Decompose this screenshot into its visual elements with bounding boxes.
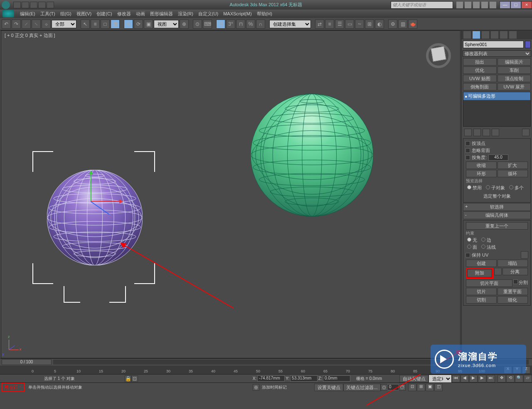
maximize-viewport-icon[interactable]: ▣	[426, 384, 434, 391]
keyboard-icon[interactable]: ⌨	[203, 20, 212, 29]
link-icon[interactable]: ⟋	[22, 20, 31, 29]
favorites-icon[interactable]	[481, 2, 488, 8]
modifier-list-dropdown[interactable]: 修改器列表	[463, 50, 531, 57]
mod-btn-uvwunwrap[interactable]: UVW 展开	[498, 83, 531, 91]
sphere-object-green[interactable]	[251, 94, 373, 216]
scale-icon[interactable]: ▣	[144, 20, 153, 29]
radio-c-none[interactable]	[467, 238, 471, 242]
angle-spinner[interactable]: 45.0	[488, 154, 508, 161]
next-frame-icon[interactable]: ▶	[478, 375, 486, 382]
tab-display-icon[interactable]	[500, 31, 507, 39]
select-name-icon[interactable]: ≡	[91, 20, 100, 29]
unlink-icon[interactable]: ⟍	[32, 20, 41, 29]
zoom-extents-icon[interactable]: ⊡	[408, 384, 416, 391]
add-timetag-label[interactable]: 添加时间标记	[259, 385, 289, 390]
graphite-icon[interactable]: ▭	[345, 20, 354, 29]
redo-icon[interactable]: ↷	[12, 20, 21, 29]
radio-disable[interactable]	[467, 185, 471, 189]
schematic-icon[interactable]: ⊞	[365, 20, 374, 29]
selection-filter-dropdown[interactable]: 全部	[52, 20, 76, 28]
gizmo-y-axis[interactable]	[91, 172, 91, 201]
show-result-icon[interactable]	[473, 129, 481, 136]
pan-icon[interactable]: ✥	[498, 375, 506, 382]
menu-views[interactable]: 视图(V)	[74, 10, 94, 18]
window-crossing-icon[interactable]: ▦	[111, 20, 120, 29]
stack-item-editablepoly[interactable]: 可编辑多边形	[463, 92, 530, 100]
autokey-button[interactable]: 自动关键点	[399, 375, 429, 382]
undo-icon[interactable]: ↶	[2, 20, 11, 29]
menu-tools[interactable]: 工具(T)	[38, 10, 58, 18]
isolate-icon[interactable]: ⊡	[131, 375, 138, 382]
menu-modifiers[interactable]: 修改器	[115, 10, 133, 18]
viewport-label[interactable]: [ + 0 正交 0 真实 + 边面 ]	[5, 32, 55, 39]
snap-toggle-icon[interactable]: ⊡	[216, 20, 225, 29]
preserveuv-settings-icon[interactable]	[521, 251, 528, 259]
edged-snap-icon[interactable]: ∩	[256, 20, 265, 29]
infocenter-icon[interactable]	[456, 2, 463, 8]
goto-end-icon[interactable]: ⏭	[487, 375, 495, 382]
make-unique-icon[interactable]	[483, 129, 490, 136]
checkbox-byangle[interactable]	[466, 155, 470, 160]
select-manip-icon[interactable]: ⊙	[193, 20, 202, 29]
viewport-perspective[interactable]: [ + 0 正交 0 真实 + 边面 ]	[1, 30, 461, 358]
coord-z-input[interactable]: 0.0mm	[323, 375, 350, 382]
radio-c-edge[interactable]	[481, 238, 485, 242]
coord-x-input[interactable]: -74.817mm	[257, 375, 285, 382]
qat-new-icon[interactable]	[13, 2, 21, 8]
setkey-button[interactable]: 设置关键点	[314, 384, 343, 391]
render-production-icon[interactable]: 🫖	[408, 20, 417, 29]
coord-y-input[interactable]: 53.313mm	[290, 375, 318, 382]
bind-icon[interactable]: ⟐	[42, 20, 51, 29]
configure-sets-icon[interactable]	[522, 129, 530, 136]
checkbox-split[interactable]	[513, 279, 518, 284]
play-icon[interactable]: ▶	[469, 375, 478, 382]
fov-icon[interactable]: ▱	[524, 375, 532, 382]
timetag-icon[interactable]: ⊕	[253, 384, 259, 391]
mod-btn-editpatch[interactable]: 编辑面片	[498, 58, 531, 66]
menu-help[interactable]: 帮助(H)	[254, 10, 275, 18]
radio-c-normal[interactable]	[481, 245, 485, 249]
min-max-icon[interactable]: ◫	[434, 384, 443, 391]
remove-mod-icon[interactable]	[492, 129, 499, 136]
mod-btn-vertexpaint[interactable]: 顶点绘制	[498, 75, 531, 82]
maximize-button[interactable]: □	[510, 1, 521, 9]
application-button[interactable]	[2, 10, 14, 17]
qat-save-icon[interactable]	[30, 2, 37, 8]
exchange-icon[interactable]	[473, 2, 480, 8]
modifier-stack[interactable]: 可编辑多边形	[463, 92, 531, 127]
grow-button[interactable]: 扩大	[498, 162, 528, 169]
angle-snap-icon[interactable]: 3°	[226, 20, 235, 29]
attach-button[interactable]: 附加	[467, 269, 492, 277]
tab-create-icon[interactable]	[463, 31, 471, 39]
menu-edit[interactable]: 编辑(E)	[17, 10, 38, 18]
tab-modify-icon[interactable]	[473, 31, 480, 39]
zoom-icon[interactable]: 🔍	[515, 375, 523, 382]
key-selset-dropdown[interactable]: 选定对	[429, 375, 452, 383]
qat-undo-icon[interactable]	[38, 2, 46, 8]
help-search-input[interactable]	[391, 1, 453, 9]
rendered-frame-icon[interactable]: ▥	[398, 20, 407, 29]
attach-list-icon[interactable]	[494, 268, 502, 275]
named-sel-set-dropdown[interactable]: 创建选择集	[269, 20, 311, 28]
menu-create[interactable]: 创建(C)	[94, 10, 114, 18]
loop-button[interactable]: 循环	[498, 170, 528, 177]
goto-start-icon[interactable]: ⏮	[452, 375, 460, 382]
rotate-icon[interactable]: ⟳	[134, 20, 143, 29]
menu-grapheditors[interactable]: 图形编辑器	[148, 10, 175, 18]
menu-rendering[interactable]: 渲染(R)	[175, 10, 196, 18]
render-setup-icon[interactable]: ⚙	[388, 20, 397, 29]
menu-group[interactable]: 组(G)	[58, 10, 74, 18]
checkbox-ignorebackfacing[interactable]	[466, 148, 470, 153]
mod-btn-extrude[interactable]: 抬出	[463, 58, 497, 66]
menu-animation[interactable]: 动画	[133, 10, 148, 18]
subscription-icon[interactable]	[465, 2, 471, 8]
zoom-all-icon[interactable]: ⊞	[417, 384, 425, 391]
radio-c-face[interactable]	[467, 245, 471, 249]
rollout-softsel-header[interactable]: 软选择	[463, 203, 531, 211]
checkbox-byvertex[interactable]	[466, 141, 470, 146]
checkbox-preserveuv[interactable]	[466, 253, 470, 257]
tab-motion-icon[interactable]	[491, 31, 498, 39]
keyfilters-button[interactable]: 关键点过滤器...	[343, 384, 381, 391]
close-button[interactable]: ×	[521, 1, 532, 9]
curve-editor-icon[interactable]: ～	[355, 20, 364, 29]
